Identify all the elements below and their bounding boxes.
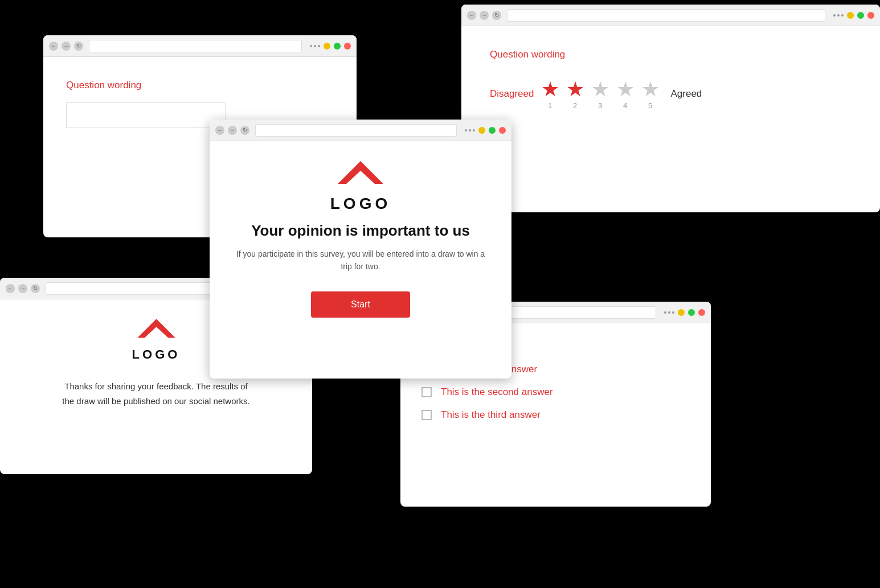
back-button-3[interactable]: ← <box>215 126 224 135</box>
thank-you-text: Thanks for sharing your feedback. The re… <box>59 379 253 408</box>
checkbox-icon-2 <box>420 386 433 398</box>
svg-marker-1 <box>137 319 175 338</box>
menu-dot-9 <box>473 129 475 131</box>
back-button-2[interactable]: ← <box>467 11 476 20</box>
refresh-button-1[interactable]: ↻ <box>74 42 83 51</box>
star-4-col: ★ 4 <box>616 77 635 110</box>
back-button-1[interactable]: ← <box>49 42 58 51</box>
browser-menu-dots-1 <box>310 45 320 47</box>
forward-button-1[interactable]: → <box>62 42 71 51</box>
maximize-button-1[interactable] <box>334 43 341 50</box>
address-bar-1[interactable] <box>89 40 302 52</box>
svg-marker-0 <box>338 161 383 184</box>
forward-button-3[interactable]: → <box>228 126 237 135</box>
menu-dot-8 <box>469 129 471 131</box>
star-1-col: ★ 1 <box>541 77 559 110</box>
browser-menu-dots-3 <box>465 129 475 131</box>
maximize-button-2[interactable] <box>857 12 864 19</box>
list-item: This is the second answer <box>420 386 691 398</box>
address-bar-3[interactable] <box>255 124 457 137</box>
checkbox-3[interactable] <box>421 410 432 420</box>
menu-dot-10 <box>664 311 666 314</box>
menu-dot-12 <box>672 311 674 314</box>
star-4-num: 4 <box>623 101 627 110</box>
refresh-button-4[interactable]: ↻ <box>31 284 40 293</box>
answer-text-2[interactable]: This is the second answer <box>441 386 553 398</box>
browser-window-top-right: ← → ↻ Question wording Disagreed ★ 1 ★ 2… <box>461 5 880 212</box>
browser-content-3: LOGO Your opinion is important to us If … <box>210 141 511 340</box>
logo-container: LOGO <box>232 158 489 213</box>
close-button-1[interactable] <box>344 43 351 50</box>
agreed-label: Agreed <box>671 88 702 100</box>
star-2-col: ★ 2 <box>566 77 584 110</box>
menu-dot-1 <box>310 45 312 47</box>
close-button-2[interactable] <box>867 12 874 19</box>
star-3-num: 3 <box>598 101 602 110</box>
forward-button-4[interactable]: → <box>18 284 27 293</box>
question-label-2: Question wording <box>490 49 852 60</box>
close-button-5[interactable] <box>698 309 705 316</box>
address-bar-2[interactable] <box>507 9 825 22</box>
maximize-button-3[interactable] <box>489 127 496 134</box>
minimize-button-2[interactable] <box>847 12 854 19</box>
minimize-button-1[interactable] <box>324 43 330 50</box>
answer-text-3[interactable]: This is the third answer <box>441 409 541 421</box>
logo-text-center: LOGO <box>232 195 489 213</box>
browser-content-2: Question wording Disagreed ★ 1 ★ 2 ★ 3 ★… <box>461 26 880 133</box>
maximize-button-5[interactable] <box>688 309 695 316</box>
menu-dot-4 <box>833 14 836 17</box>
refresh-button-2[interactable]: ↻ <box>492 11 501 20</box>
logo-icon-bottom <box>135 316 178 345</box>
menu-dot-7 <box>465 129 467 131</box>
start-button[interactable]: Start <box>311 291 410 318</box>
browser-toolbar-2: ← → ↻ <box>461 5 880 26</box>
browser-menu-dots-2 <box>833 14 844 17</box>
star-5-col: ★ 5 <box>641 77 660 110</box>
browser-menu-dots-5 <box>664 311 674 314</box>
close-button-3[interactable] <box>499 127 506 134</box>
menu-dot-5 <box>837 14 840 17</box>
star-2-num: 2 <box>573 101 577 110</box>
browser-toolbar-1: ← → ↻ <box>43 35 357 57</box>
star-3-col: ★ 3 <box>591 77 609 110</box>
disagreed-label: Disagreed <box>490 88 534 100</box>
back-button-4[interactable]: ← <box>6 284 15 293</box>
star-5[interactable]: ★ <box>641 77 660 101</box>
menu-dot-2 <box>314 45 316 47</box>
minimize-button-5[interactable] <box>678 309 685 316</box>
star-5-num: 5 <box>648 101 652 110</box>
list-item: This is the third answer <box>420 409 691 421</box>
minimize-button-3[interactable] <box>478 127 485 134</box>
browser-window-center: ← → ↻ LOGO Your opinion is important to … <box>210 120 511 379</box>
rating-row: Disagreed ★ 1 ★ 2 ★ 3 ★ 4 ★ 5 Agreed <box>490 77 852 110</box>
survey-title: Your opinion is important to us <box>232 222 489 240</box>
star-2[interactable]: ★ <box>566 77 584 101</box>
survey-subtitle: If you participate in this survey, you w… <box>232 248 489 273</box>
menu-dot-11 <box>668 311 670 314</box>
star-3[interactable]: ★ <box>591 77 609 101</box>
star-1-num: 1 <box>548 101 552 110</box>
refresh-button-3[interactable]: ↻ <box>240 126 249 135</box>
forward-button-2[interactable]: → <box>480 11 489 20</box>
checkbox-2[interactable] <box>421 387 432 397</box>
text-input-1[interactable] <box>66 102 226 128</box>
star-1[interactable]: ★ <box>541 77 559 101</box>
question-label-1: Question wording <box>66 80 334 91</box>
star-4[interactable]: ★ <box>616 77 635 101</box>
browser-toolbar-3: ← → ↻ <box>210 120 511 141</box>
menu-dot-6 <box>841 14 844 17</box>
logo-icon <box>335 158 386 192</box>
menu-dot-3 <box>318 45 320 47</box>
checkbox-icon-3 <box>420 409 433 421</box>
